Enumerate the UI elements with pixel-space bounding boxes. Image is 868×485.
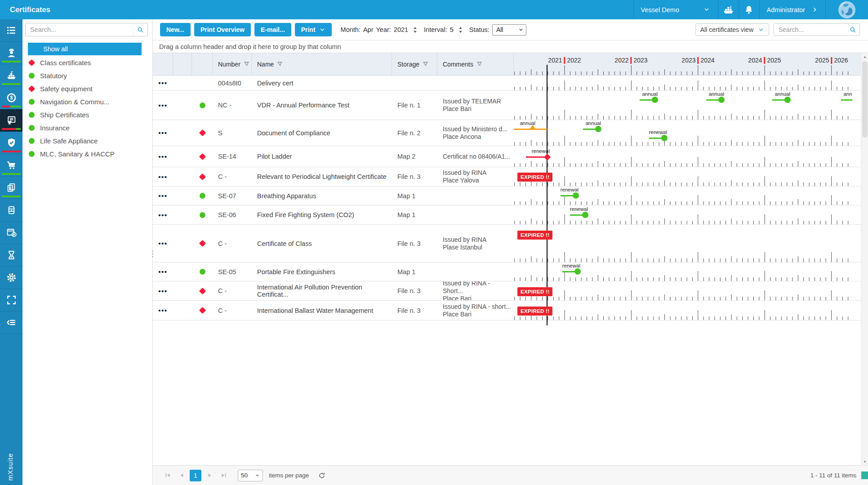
row-comments-cell: Issued by TELEMARPlace Bari [437, 91, 514, 120]
row-number-cell: 004s8t0 [213, 76, 252, 90]
next-page-button[interactable] [204, 470, 215, 481]
rail-item-crew[interactable] [0, 42, 22, 64]
sidebar-item-ship-certificates[interactable]: Ship Certificates [22, 108, 152, 121]
row-menu-cell: ••• [153, 281, 173, 300]
row-storage-cell: Map 1 [392, 187, 437, 205]
page-number-button[interactable]: 1 [190, 470, 201, 481]
row-timeline-cell: renewal [514, 263, 852, 281]
table-row[interactable]: •••C -International Air Pollution Preven… [153, 281, 861, 301]
new-button[interactable]: New... [160, 23, 191, 36]
fleet-button[interactable] [718, 0, 739, 19]
column-header-storage[interactable]: Storage [392, 53, 437, 75]
row-menu-button[interactable]: ••• [158, 174, 167, 180]
rail-item-vessel[interactable] [0, 64, 22, 87]
column-header-label: Name [257, 61, 274, 68]
rail-item-safety[interactable] [0, 132, 22, 154]
row-menu-button[interactable]: ••• [158, 102, 167, 109]
row-menu-button[interactable]: ••• [158, 288, 167, 294]
filter-icon[interactable] [423, 61, 428, 67]
prev-page-button[interactable] [176, 470, 187, 481]
vessel-selector[interactable]: Vessel Demo [633, 0, 718, 19]
rail-item-fullscreen[interactable] [0, 289, 22, 311]
table-row[interactable]: •••C -Relevant to Periodical Lightweight… [153, 167, 861, 187]
timeline-marker-label: renewal [570, 206, 588, 212]
row-menu-button[interactable]: ••• [158, 129, 167, 136]
column-header-name[interactable]: Name [252, 53, 392, 75]
filter-icon[interactable] [244, 61, 249, 67]
user-menu[interactable]: Administrator [759, 0, 825, 19]
filter-icon[interactable] [277, 61, 283, 67]
rail-item-history[interactable] [0, 244, 22, 267]
search-icon[interactable] [846, 24, 859, 36]
email-button[interactable]: E-mail... [254, 23, 291, 36]
sidebar-item-navigation-commu[interactable]: Navigation & Commu... [22, 95, 152, 108]
column-header-comments[interactable]: Comments [437, 53, 514, 75]
row-status-cell [192, 281, 213, 300]
rail-item-purchasing[interactable] [0, 154, 22, 177]
table-row[interactable]: •••SE-07Breathing ApparatusMap 1renewal [153, 187, 861, 205]
table-row[interactable]: •••SDocument of ComplianceFile n. 2Issue… [153, 120, 861, 146]
column-header-number[interactable]: Number [213, 53, 252, 75]
row-attachment-cell [173, 187, 192, 205]
sidebar-item-life-safe-appliance[interactable]: Life Safe Appliance [22, 134, 152, 147]
table-row[interactable]: •••SE-05Portable Fire ExtinguishersMap 1… [153, 263, 861, 281]
rail-item-planning[interactable] [0, 222, 22, 244]
status-ok-icon [200, 269, 205, 275]
sidebar-item-safety-equipment[interactable]: Safety equipment [22, 82, 152, 95]
row-menu-button[interactable]: ••• [158, 268, 167, 275]
table-row[interactable]: •••NC -VDR - Annual Performance TestFile… [153, 91, 861, 120]
table-row[interactable]: •••SE-06Fixed Fire Fighting System (CO2)… [153, 205, 861, 225]
group-drop-zone[interactable]: Drag a column header and drop it here to… [153, 40, 868, 53]
row-name-cell: Certificate of Class [252, 225, 392, 262]
rail-item-finance[interactable]: $ [0, 87, 22, 109]
rail-item-collapse-menu[interactable] [0, 311, 22, 334]
row-menu-button[interactable]: ••• [158, 212, 167, 218]
print-button[interactable]: Print [295, 23, 332, 36]
sidebar-item-statutory[interactable]: Statutory [22, 69, 152, 82]
sidebar-item-insurance[interactable]: Insurance [22, 121, 152, 134]
rail-item-menu[interactable] [0, 19, 22, 42]
table-row[interactable]: •••004s8t0Delivery cert [153, 76, 861, 91]
row-menu-button[interactable]: ••• [158, 240, 167, 247]
search-icon[interactable] [133, 23, 147, 36]
grid-search-input[interactable] [774, 26, 846, 33]
panel-splitter-handle[interactable] [151, 248, 154, 259]
filter-icon[interactable] [476, 61, 482, 67]
vertical-scrollbar[interactable]: ▲ ▼ [861, 53, 868, 465]
timeline-ruler [514, 290, 852, 300]
scroll-down-arrow[interactable]: ▼ [861, 458, 868, 465]
year-label: 2026 [834, 57, 848, 64]
rail-item-settings[interactable] [0, 267, 22, 289]
row-storage-cell: File n. 1 [392, 91, 437, 120]
row-menu-button[interactable]: ••• [158, 307, 167, 314]
table-row[interactable]: •••C -Certificate of ClassFile n. 3Issue… [153, 225, 861, 263]
rail-item-documents[interactable] [0, 177, 22, 199]
interval-stepper[interactable] [458, 26, 463, 34]
row-comments-cell: Issued by RINAPlace Yalova [437, 167, 514, 186]
first-page-button[interactable] [162, 470, 174, 481]
row-comments-text: Issued by RINA - short...Place Bari [443, 303, 511, 318]
month-year-stepper[interactable] [413, 26, 418, 34]
table-row[interactable]: •••C -International Ballast Water Manage… [153, 301, 861, 320]
sidebar-item-mlc-sanitary-haccp[interactable]: MLC, Sanitary & HACCP [22, 147, 152, 160]
last-page-button[interactable] [218, 470, 229, 481]
print-overview-button[interactable]: Print Overview [194, 23, 251, 36]
rail-item-oil[interactable] [0, 199, 22, 222]
row-menu-button[interactable]: ••• [158, 192, 167, 199]
table-row[interactable]: •••SE-14Pilot LadderMap 2Certificat no 0… [153, 146, 861, 167]
row-menu-button[interactable]: ••• [158, 153, 167, 160]
row-number-cell: SE-05 [213, 263, 252, 281]
show-all-button[interactable]: Show all [28, 43, 142, 55]
category-search-input[interactable] [26, 26, 133, 33]
notifications-button[interactable] [739, 0, 759, 19]
page-size-select[interactable]: 50 [238, 470, 263, 481]
scrollbar-thumb[interactable] [862, 61, 868, 138]
status-select[interactable]: All [492, 24, 526, 36]
rail-item-certificates[interactable] [0, 109, 22, 132]
sidebar-item-label: MLC, Sanitary & HACCP [40, 150, 115, 158]
row-menu-button[interactable]: ••• [158, 80, 167, 86]
scroll-up-arrow[interactable]: ▲ [861, 53, 868, 60]
refresh-icon[interactable] [318, 472, 325, 479]
view-select[interactable]: All certificates view [695, 23, 769, 36]
sidebar-item-class-certificates[interactable]: Class certificates [22, 56, 152, 69]
